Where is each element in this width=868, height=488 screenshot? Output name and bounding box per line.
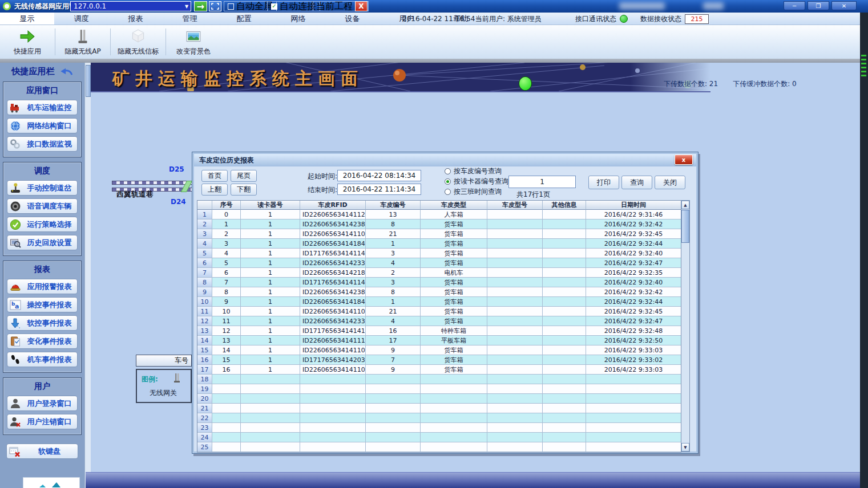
toolbar-button-0[interactable]: 快捷应用 [0,25,55,59]
table-row[interactable]: 15141ID22606563414110…9货车箱2016/4/22 9:33… [197,345,681,355]
table-row[interactable]: 18 [197,375,681,384]
address-combobox[interactable]: 127.0.0.1 ▼ [70,1,191,11]
sidebar-item-3-1[interactable]: 用户注销窗口 [7,414,78,429]
radio-icon[interactable] [445,189,451,195]
sidebar-item-0-2[interactable]: 接口数据监视 [7,136,78,152]
table-row[interactable]: 13121ID17176563414141…16特种车箱2016/4/22 9:… [197,326,681,336]
radio-option-0[interactable]: 按车皮编号查询 [445,166,502,176]
table-scrollbar[interactable]: ▲ ▼ [681,200,690,452]
table-row[interactable]: 19 [197,384,681,394]
nav-button-1[interactable]: 尾页 [231,170,257,182]
dialog-action-0[interactable]: 打印 [588,176,619,189]
table-row[interactable]: 541ID17176563414114…3货车箱2016/4/22 9:32:4… [197,249,681,258]
table-row[interactable]: 981ID22606563414238…8货车箱2016/4/22 9:32:4… [197,287,681,297]
sidebar-item-2-1[interactable]: ba操控事件报表 [7,297,78,312]
window-restore-button[interactable]: ❐ [808,1,829,10]
table-row[interactable]: 23 [197,423,681,433]
sidebar-item-2-4[interactable]: 机车事件报表 [7,352,78,367]
column-header-7[interactable]: 日期时间 [586,201,681,210]
table-row[interactable]: 22 [197,413,681,423]
sidebar-item-1-1[interactable]: 语音调度车辆 [7,198,78,214]
menu-item-1[interactable]: 调度 [54,13,108,25]
collapse-back-icon[interactable] [59,67,73,76]
scroll-down-icon[interactable]: ▼ [681,443,689,452]
sidebar-item-4-0[interactable]: 软键盘 [6,444,78,459]
column-header-3[interactable]: 车皮编号 [366,201,421,210]
legend-box: 图例: 无线网关 [136,369,192,403]
column-header-4[interactable]: 车皮类型 [421,201,487,210]
window-close-button[interactable]: ✕ [831,1,857,10]
sidebar-item-0-1[interactable]: 网络结构窗口 [7,118,78,133]
radio-icon[interactable] [445,168,451,174]
table-row[interactable]: 11101ID22606563414110…21货车箱2016/4/22 9:3… [197,307,681,316]
nav-button-3[interactable]: 下翻 [231,184,257,196]
column-header-2[interactable]: 车皮RFID [300,201,366,210]
table-row[interactable]: 651ID22606563414233…4货车箱2016/4/22 9:32:4… [197,258,681,268]
hide-beacon-icon [130,28,147,45]
connect-go-button[interactable]: → [194,1,207,11]
toolbar-button-1[interactable]: 隐藏无线AP [55,25,110,59]
sidebar-item-2-3[interactable]: 变化事件报表 [7,334,78,349]
radio-icon[interactable] [445,178,451,185]
toolbar-button-3[interactable]: 改变背景色 [166,25,221,59]
dialog-action-2[interactable]: 关闭 [655,176,685,189]
sidebar-item-1-0[interactable]: 手动控制道岔 [7,180,78,196]
table-row[interactable]: 211ID22606563414238…8货车箱2016/4/22 9:32:4… [197,219,681,229]
dialog-action-1[interactable]: 查询 [621,176,652,189]
sidebar-item-1-3[interactable]: 历史回放设置 [7,235,78,250]
menu-item-2[interactable]: 报表 [108,13,163,25]
sidebar-item-2-0[interactable]: 应用报警报表 [7,279,78,294]
auto-fullscreen-checkbox[interactable] [228,3,234,10]
dialog-close-button[interactable]: x [675,154,693,165]
radio-option-2[interactable]: 按三班时间查询 [445,187,502,196]
column-header-6[interactable]: 其他信息 [543,201,586,210]
sidebar-scrollbar[interactable] [84,63,91,488]
menu-item-5[interactable]: 网络 [271,13,325,25]
table-row[interactable]: 871ID17176563414114…3货车箱2016/4/22 9:32:4… [197,278,681,287]
table-row[interactable]: 16151ID17176563414203…7货车箱2016/4/22 9:33… [197,355,681,365]
stop-close-button[interactable]: X [355,1,368,11]
toolbar-button-2[interactable]: 隐藏无线信标 [111,25,165,59]
scroll-up-icon[interactable]: ▲ [681,201,689,209]
sidebar-item-0-0[interactable]: 机车运输监控 [7,100,78,115]
table-row[interactable]: 761ID22606563414218…2电机车2016/4/22 9:32:3… [197,268,681,278]
end-time-field[interactable]: 2016-04-22 11:14:34 [337,184,421,195]
sidebar-item-3-0[interactable]: 用户登录窗口 [7,396,78,411]
dialog-titlebar[interactable]: 车皮定位历史报表 [194,154,696,166]
nav-button-0[interactable]: 首页 [201,170,228,182]
table-row[interactable]: 321ID22606563414110…21货车箱2016/4/22 9:32:… [197,229,681,239]
nav-button-2[interactable]: 上翻 [201,184,228,196]
table-row[interactable]: 1091ID22606563414184…1货车箱2016/4/22 9:32:… [197,297,681,307]
menu-item-4[interactable]: 配置 [217,13,271,25]
sidebar-scrollbar-thumb[interactable] [86,65,91,97]
menu-item-3[interactable]: 管理 [163,13,217,25]
query-number-input[interactable]: 1 [508,176,576,188]
column-header-5[interactable]: 车皮型号 [487,201,543,210]
table-row[interactable]: 14131ID22606563414111…17平板车箱2016/4/22 9:… [197,336,681,345]
window-minimize-button[interactable]: ─ [784,1,805,10]
fullscreen-expand-button[interactable] [209,1,221,11]
column-header-1[interactable]: 读卡器号 [241,201,300,210]
column-header-0[interactable]: 序号 [212,201,241,210]
page-title: 矿井运输监控系统主画面 [112,67,364,91]
table-cell: 货车箱 [421,307,487,316]
sidebar-item-2-2[interactable]: 软控事件报表 [7,315,78,331]
menu-item-0[interactable]: 显示 [0,13,54,25]
table-row[interactable]: 431ID22606563414184…1货车箱2016/4/22 9:32:4… [197,239,681,249]
chevron-down-icon[interactable]: ▼ [183,4,191,9]
radio-option-1[interactable]: 按读卡器编号查询 [445,177,508,186]
table-row[interactable]: 17161ID22606563414110…9货车箱2016/4/22 9:33… [197,365,681,375]
table-row[interactable]: 20 [197,394,681,404]
sidebar-item-1-2[interactable]: 运行策略选择 [7,217,78,232]
auto-connect-checkbox[interactable]: ✓ [271,3,277,10]
table-scrollbar-thumb[interactable] [681,210,689,243]
table-row[interactable]: 25 [197,442,681,452]
table-cell [543,258,586,268]
menu-item-6[interactable]: 设备 [325,13,380,25]
start-time-field[interactable]: 2016-04-22 08:14:34 [337,170,421,181]
table-row[interactable]: 21 [197,404,681,413]
table-row[interactable]: 24 [197,433,681,442]
sidebar-partial-button[interactable] [23,477,80,488]
table-row[interactable]: 101ID22606563414112…13人车箱2016/4/22 9:31:… [197,210,681,219]
table-row[interactable]: 12111ID22606563414233…4货车箱2016/4/22 9:32… [197,316,681,326]
